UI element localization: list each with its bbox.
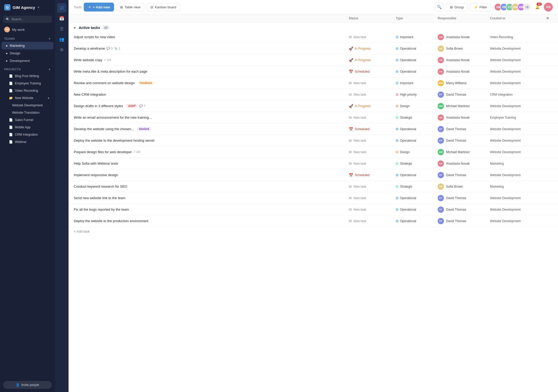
table-row[interactable]: Develop the website using the chosen...b… bbox=[69, 123, 558, 135]
table-row[interactable]: Prepare design files for web developer✓ … bbox=[69, 146, 558, 158]
task-name-text: Fix all the bugs reported by the team bbox=[74, 207, 129, 211]
type-cell: Operational bbox=[396, 219, 438, 223]
search-box[interactable]: 🔍 Search... bbox=[3, 16, 52, 23]
type-label: Design bbox=[400, 104, 410, 108]
people-icon-btn[interactable]: 👥 bbox=[57, 34, 66, 44]
avatar-more[interactable]: +3 bbox=[523, 3, 531, 11]
my-work-label: My work bbox=[12, 28, 25, 32]
created-in-cell: Video Recording bbox=[490, 35, 542, 39]
responsible-avatar: MM bbox=[438, 149, 444, 155]
kanban-board-button[interactable]: ⊟ Kanban board bbox=[146, 3, 180, 11]
type-cell: Strategic bbox=[396, 116, 438, 119]
check-count: ✓ 0/2 bbox=[133, 150, 140, 154]
table-row[interactable]: Develop a wireframe💬 3📎 1 🚀 In Progress … bbox=[69, 43, 558, 54]
app-logo[interactable]: G GIM Agency ▾ bbox=[0, 0, 55, 15]
sidebar-item-employee-training[interactable]: 📄 Employee Training bbox=[2, 80, 53, 87]
table-row[interactable]: Conduct keyword research for SEO ✉ New t… bbox=[69, 181, 558, 192]
sidebar-footer: 👤 Invite people bbox=[0, 378, 55, 392]
add-project-btn[interactable]: + bbox=[48, 67, 51, 71]
task-name-text: Send new website link to the team bbox=[74, 196, 125, 200]
status-label: New task bbox=[353, 93, 366, 96]
status-label: New task bbox=[353, 162, 366, 165]
sidebar-item-design[interactable]: ● Design bbox=[2, 49, 53, 57]
type-dot bbox=[396, 128, 398, 130]
task-name-cell: New CRM integration bbox=[74, 93, 349, 96]
group-label: Group bbox=[454, 5, 464, 9]
sidebar: G GIM Agency ▾ 🔍 Search... AN My work Te… bbox=[0, 0, 55, 392]
status-icon: ✉ bbox=[349, 81, 352, 85]
type-dot bbox=[396, 208, 398, 211]
type-label: Design bbox=[400, 150, 410, 154]
invite-people-button[interactable]: 👤 Invite people bbox=[3, 381, 52, 389]
sidebar-item-video-recording[interactable]: 📄 Video Recording bbox=[2, 87, 53, 94]
responsible-avatar: SB bbox=[438, 183, 444, 190]
status-cell: ✉ New task bbox=[349, 116, 396, 120]
settings-icon-btn[interactable]: ⚙ bbox=[57, 45, 66, 54]
table-row[interactable]: Review and comment on website designFeed… bbox=[69, 77, 558, 89]
invite-label: Invite people bbox=[21, 383, 39, 387]
search-toolbar-button[interactable]: 🔍 bbox=[435, 3, 444, 11]
new-website-label: New Website bbox=[15, 96, 33, 100]
table-row[interactable]: Implement responsive design 📅 Scheduled … bbox=[69, 169, 558, 181]
table-row[interactable]: Write meta title & meta description for … bbox=[69, 66, 558, 77]
type-label: Important bbox=[400, 81, 413, 85]
table-row[interactable]: Deploy the website to the production env… bbox=[69, 215, 558, 227]
type-label: Operational bbox=[400, 208, 416, 211]
group-button[interactable]: ⊞ Group bbox=[446, 3, 468, 11]
sidebar-item-sales-funnel[interactable]: 📄 Sales Funnel bbox=[2, 116, 53, 124]
table-view-button[interactable]: ⊞ Table view bbox=[116, 3, 144, 11]
status-icon: ✉ bbox=[349, 150, 352, 154]
add-task-row[interactable]: + Add task bbox=[69, 227, 558, 236]
task-name-text: Develop the website using the chosen... bbox=[74, 127, 134, 131]
sidebar-item-development[interactable]: ● Development bbox=[2, 57, 53, 65]
section-title-row: ▾ Active tasks 17 bbox=[69, 22, 558, 31]
type-cell: Important bbox=[396, 35, 438, 39]
type-cell: Operational bbox=[396, 173, 438, 177]
sidebar-item-marketing[interactable]: ● Marketing bbox=[2, 42, 53, 49]
mobile-label: Mobile App bbox=[15, 125, 30, 129]
table-row[interactable]: Write website copy✓ 1/3 🚀 In Progress Op… bbox=[69, 54, 558, 66]
sales-icon: 📄 bbox=[9, 118, 13, 122]
sidebar-item-new-website[interactable]: 📁 New Website ▾ bbox=[2, 94, 53, 102]
table-row[interactable]: Deploy the website to the development ho… bbox=[69, 135, 558, 146]
my-work-item[interactable]: AN My work bbox=[0, 25, 55, 34]
table-row[interactable]: Help Sofia with Webinar texts ✉ New task… bbox=[69, 158, 558, 169]
filter-button[interactable]: ⚡ Filter bbox=[470, 3, 491, 11]
table-row[interactable]: Send new website link to the team ✉ New … bbox=[69, 192, 558, 204]
sidebar-item-blog-post[interactable]: 📄 Blog Post Writing bbox=[2, 72, 53, 80]
tasks-icon-btn[interactable]: ☑ bbox=[57, 3, 66, 13]
marketing-label: Marketing bbox=[10, 44, 25, 48]
col-settings-header[interactable]: ⚙ bbox=[542, 16, 553, 20]
website-trans-label: Website Translation bbox=[12, 111, 40, 114]
status-label: In Progress bbox=[355, 47, 371, 50]
task-name-cell: Write meta title & meta description for … bbox=[74, 70, 349, 73]
responsible-cell: MM Michael Martinez bbox=[438, 103, 490, 109]
table-row[interactable]: New CRM integration ✉ New task High prio… bbox=[69, 89, 558, 100]
table-view-label: Table view bbox=[125, 5, 140, 9]
task-name-cell: Adjust scripts for new video bbox=[74, 35, 349, 39]
status-icon: 📅 bbox=[349, 127, 353, 131]
section-chevron[interactable]: ▾ bbox=[74, 26, 76, 30]
table-row[interactable]: Fix all the bugs reported by the team ✉ … bbox=[69, 204, 558, 215]
sidebar-item-website-development[interactable]: Website Development bbox=[2, 102, 53, 109]
task-name-text: Deploy the website to the production env… bbox=[74, 219, 148, 223]
table-row[interactable]: Write an email announcement for the new … bbox=[69, 112, 558, 123]
user-avatar[interactable]: AN bbox=[544, 3, 553, 11]
filter-label: Filter bbox=[480, 5, 487, 9]
table-row[interactable]: Adjust scripts for new video ✉ New task … bbox=[69, 31, 558, 43]
sidebar-item-website-translation[interactable]: Website Translation bbox=[2, 109, 53, 116]
status-label: New task bbox=[353, 219, 366, 223]
sidebar-item-mobile-app[interactable]: 📄 Mobile App bbox=[2, 124, 53, 131]
add-new-button[interactable]: ＋ + Add new bbox=[84, 3, 114, 11]
task-name-cell: Develop a wireframe💬 3📎 1 bbox=[74, 47, 349, 50]
sidebar-item-crm[interactable]: 📄 CRM Integration bbox=[2, 131, 53, 138]
notification-button[interactable]: 🔔 12 bbox=[533, 3, 542, 11]
table-row[interactable]: Design drafts in 3 different stylesASAP💬… bbox=[69, 100, 558, 112]
status-cell: 🚀 In Progress bbox=[349, 47, 396, 51]
sidebar-item-webinar[interactable]: 📄 Webinar bbox=[2, 138, 53, 146]
status-cell: ✉ New task bbox=[349, 207, 396, 212]
website-dev-label: Website Development bbox=[12, 103, 43, 107]
list-icon-btn[interactable]: ☰ bbox=[57, 24, 66, 33]
calendar-icon-btn[interactable]: 📅 bbox=[57, 14, 66, 23]
add-team-btn[interactable]: + bbox=[48, 37, 51, 41]
